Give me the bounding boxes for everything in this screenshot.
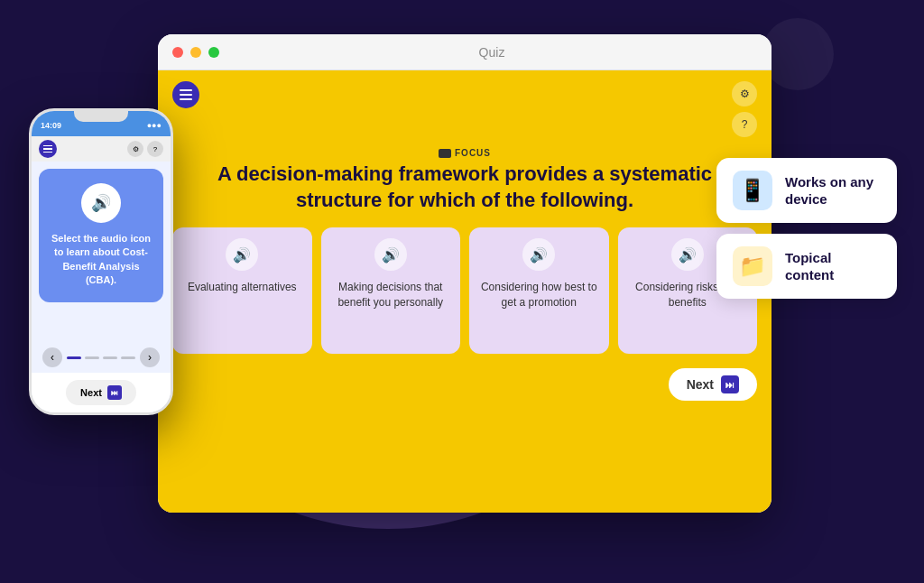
question-area: A decision-making framework provides a s… <box>158 162 772 227</box>
answer-text-1: Evaluating alternatives <box>188 280 297 295</box>
phone-hamburger-line-2 <box>43 148 52 150</box>
next-button-desktop[interactable]: Next ⏭ <box>669 368 757 401</box>
answer-card-3[interactable]: 🔊 Considering how best to get a promotio… <box>469 227 609 354</box>
phone-card-text: Select the audio icon to learn about Cos… <box>50 232 152 288</box>
feature-icon-device: 📱 <box>733 171 772 210</box>
maximize-dot[interactable] <box>208 47 219 58</box>
phone-next-nav-button[interactable]: › <box>140 347 160 367</box>
phone-dot-3 <box>103 356 117 359</box>
feature-text-content: Topical content <box>785 249 881 284</box>
audio-button-1[interactable]: 🔊 <box>226 238 258 271</box>
hamburger-button[interactable] <box>172 81 199 108</box>
phone-dot-1 <box>67 356 81 359</box>
phone-next-button[interactable]: Next ⏭ <box>66 380 136 405</box>
phone-help-icon[interactable]: ? <box>147 141 163 157</box>
next-skip-icon: ⏭ <box>721 375 739 393</box>
phone-prev-button[interactable]: ‹ <box>42 347 62 367</box>
phone-card: 🔊 Select the audio icon to learn about C… <box>39 169 163 302</box>
answer-text-2: Making decisions that benefit you person… <box>332 280 450 310</box>
next-button-label: Next <box>687 377 714 392</box>
phone-hamburger-button[interactable] <box>39 140 57 158</box>
answer-options: 🔊 Evaluating alternatives 🔊 Making decis… <box>158 227 772 368</box>
feature-text-device: Works on any device <box>785 173 881 208</box>
audio-button-2[interactable]: 🔊 <box>374 238 407 271</box>
focus-icon <box>439 149 451 158</box>
answer-text-3: Considering how best to get a promotion <box>480 280 598 310</box>
phone-app-bar: ⚙ ? <box>32 136 171 162</box>
phone-settings-icon[interactable]: ⚙ <box>127 141 143 157</box>
phone-hamburger-line-3 <box>43 152 52 153</box>
phone-dot-4 <box>121 356 135 359</box>
window-title: Quiz <box>226 45 757 60</box>
quiz-question: A decision-making framework provides a s… <box>194 162 735 213</box>
hamburger-line-2 <box>180 94 192 96</box>
help-icon[interactable]: ? <box>732 112 757 137</box>
phone-navigation: ‹ › <box>32 342 171 373</box>
phone-notch <box>74 111 128 122</box>
phone-audio-button[interactable]: 🔊 <box>81 183 121 223</box>
close-dot[interactable] <box>172 47 183 58</box>
phone-hamburger-line-1 <box>43 145 52 147</box>
phone-signal: ●●● <box>147 121 162 130</box>
quiz-window: Quiz ⚙ ? FOCUS A decision-making framewo… <box>158 34 772 513</box>
hamburger-line-1 <box>180 89 192 91</box>
phone-next-skip-icon: ⏭ <box>107 385 122 400</box>
phone-time: 14:09 <box>41 121 61 130</box>
feature-card-device: 📱 Works on any device <box>716 158 897 223</box>
answer-card-2[interactable]: 🔊 Making decisions that benefit you pers… <box>321 227 461 354</box>
phone-next-label: Next <box>80 387 102 398</box>
quiz-bottom-bar: Next ⏭ <box>158 368 772 412</box>
phone-top-right-icons: ⚙ ? <box>127 141 163 157</box>
top-right-icons: ⚙ ? <box>732 81 757 137</box>
quiz-top-bar: ⚙ ? <box>158 70 772 148</box>
focus-label: FOCUS <box>455 148 491 158</box>
mobile-phone: 14:09 ●●● ⚙ ? 🔊 Select the audio icon to… <box>29 108 173 415</box>
quiz-content-area: ⚙ ? FOCUS A decision-making framework pr… <box>158 70 772 513</box>
answer-card-1[interactable]: 🔊 Evaluating alternatives <box>172 227 312 354</box>
phone-next-bar: Next ⏭ <box>32 373 171 412</box>
hamburger-line-3 <box>180 98 192 100</box>
decorative-circle <box>762 18 834 90</box>
phone-dots <box>67 356 135 359</box>
focus-badge: FOCUS <box>158 148 772 158</box>
minimize-dot[interactable] <box>190 47 201 58</box>
audio-button-3[interactable]: 🔊 <box>522 238 555 271</box>
settings-icon[interactable]: ⚙ <box>732 81 757 106</box>
titlebar: Quiz <box>158 34 772 70</box>
feature-cards-container: 📱 Works on any device 📁 Topical content <box>716 158 897 299</box>
feature-icon-content: 📁 <box>733 246 772 286</box>
audio-button-4[interactable]: 🔊 <box>671 238 704 271</box>
phone-content: ⚙ ? 🔊 Select the audio icon to learn abo… <box>32 136 171 412</box>
phone-dot-2 <box>85 356 99 359</box>
feature-card-content: 📁 Topical content <box>716 234 897 299</box>
